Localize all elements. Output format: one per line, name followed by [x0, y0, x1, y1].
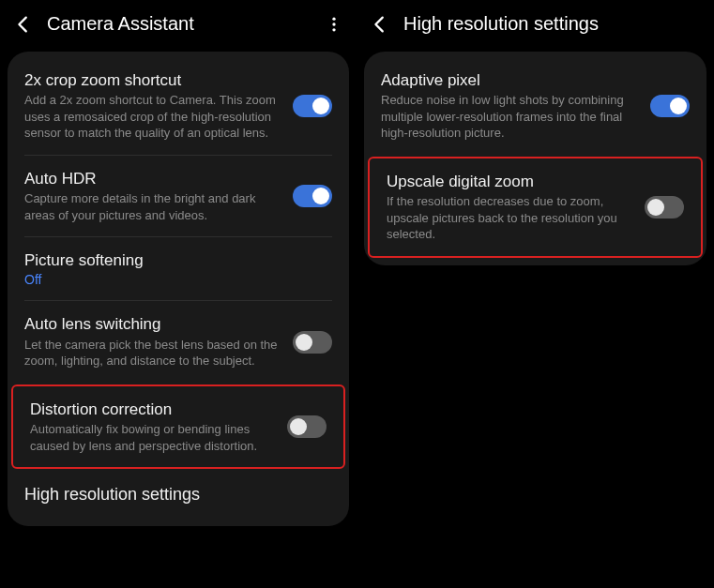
- item-desc: Capture more details in the bright and d…: [24, 190, 281, 223]
- item-2x-crop-zoom[interactable]: 2x crop zoom shortcut Add a 2x zoom shor…: [8, 57, 349, 155]
- page-title: Camera Assistant: [47, 13, 311, 35]
- back-icon[interactable]: [370, 14, 390, 35]
- item-text: Adaptive pixel Reduce noise in low light…: [381, 70, 639, 142]
- settings-card: 2x crop zoom shortcut Add a 2x zoom shor…: [8, 52, 349, 526]
- item-text: Upscale digital zoom If the resolution d…: [387, 172, 633, 243]
- item-title: 2x crop zoom shortcut: [24, 70, 281, 90]
- item-text: Auto lens switching Let the camera pick …: [24, 314, 281, 369]
- settings-card: Adaptive pixel Reduce noise in low light…: [364, 52, 706, 265]
- item-text: High resolution settings: [24, 484, 332, 507]
- item-distortion-correction[interactable]: Distortion correction Automatically fix …: [13, 386, 343, 467]
- item-title: Distortion correction: [30, 400, 276, 419]
- toggle-distortion-correction[interactable]: [287, 415, 327, 438]
- item-auto-hdr[interactable]: Auto HDR Capture more details in the bri…: [8, 156, 349, 236]
- screen-camera-assistant: Camera Assistant 2x crop zoom shortcut A…: [0, 0, 357, 588]
- item-adaptive-pixel[interactable]: Adaptive pixel Reduce noise in low light…: [364, 57, 706, 155]
- item-title: Adaptive pixel: [381, 70, 639, 90]
- item-high-resolution-settings[interactable]: High resolution settings: [8, 471, 349, 520]
- item-desc: Let the camera pick the best lens based …: [24, 337, 281, 369]
- item-desc: Automatically fix bowing or bending line…: [30, 421, 276, 454]
- item-text: Auto HDR Capture more details in the bri…: [24, 169, 281, 223]
- item-title: Upscale digital zoom: [387, 172, 633, 191]
- toggle-2x-crop-zoom[interactable]: [293, 95, 332, 117]
- item-text: 2x crop zoom shortcut Add a 2x zoom shor…: [24, 70, 281, 142]
- item-auto-lens-switching[interactable]: Auto lens switching Let the camera pick …: [8, 301, 349, 382]
- item-desc: Reduce noise in low light shots by combi…: [381, 92, 639, 142]
- svg-point-1: [332, 23, 335, 25]
- item-upscale-digital-zoom[interactable]: Upscale digital zoom If the resolution d…: [370, 158, 701, 256]
- toggle-adaptive-pixel[interactable]: [650, 95, 690, 117]
- item-text: Distortion correction Automatically fix …: [30, 400, 276, 454]
- item-status: Off: [24, 272, 332, 287]
- back-icon[interactable]: [13, 14, 34, 35]
- item-picture-softening[interactable]: Picture softening Off: [8, 237, 349, 300]
- item-title: Auto HDR: [24, 169, 281, 188]
- highlight-upscale-digital-zoom: Upscale digital zoom If the resolution d…: [368, 157, 703, 258]
- toggle-upscale-digital-zoom[interactable]: [645, 196, 684, 219]
- item-title: Auto lens switching: [24, 314, 281, 334]
- svg-point-2: [332, 28, 335, 31]
- screen-high-resolution-settings: High resolution settings Adaptive pixel …: [357, 0, 714, 588]
- toggle-auto-hdr[interactable]: [293, 185, 332, 207]
- item-desc: If the resolution decreases due to zoom,…: [387, 193, 633, 243]
- item-title: Picture softening: [24, 250, 332, 270]
- svg-point-0: [332, 17, 335, 20]
- item-desc: Add a 2x zoom shortcut to Camera. This z…: [24, 92, 281, 142]
- header: Camera Assistant: [0, 0, 357, 52]
- more-icon[interactable]: [325, 15, 343, 34]
- item-title: High resolution settings: [24, 484, 332, 505]
- header: High resolution settings: [357, 0, 714, 52]
- page-title: High resolution settings: [403, 13, 701, 35]
- highlight-distortion-correction: Distortion correction Automatically fix …: [11, 384, 345, 469]
- item-text: Picture softening Off: [24, 250, 332, 287]
- toggle-auto-lens-switching[interactable]: [293, 331, 332, 354]
